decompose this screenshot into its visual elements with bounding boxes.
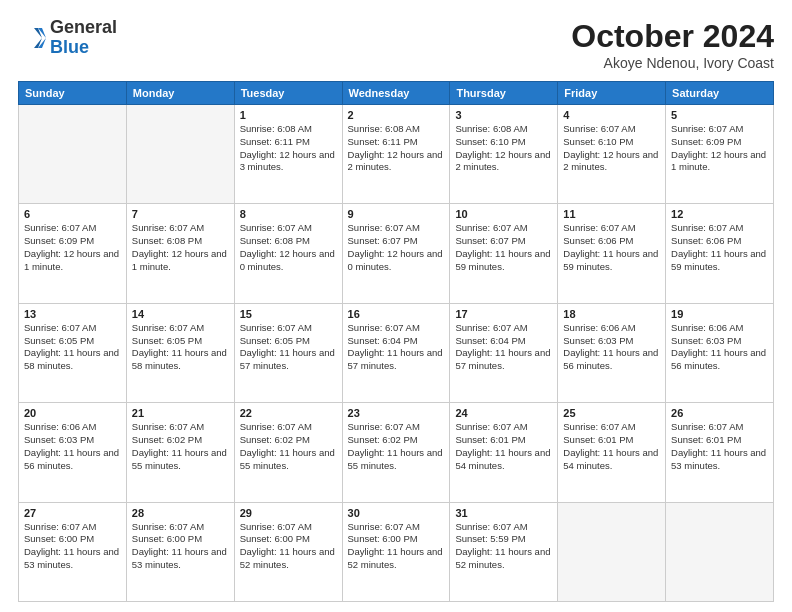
logo-text: General Blue	[50, 18, 117, 58]
day-number: 1	[240, 109, 337, 121]
calendar-cell: 24Sunrise: 6:07 AM Sunset: 6:01 PM Dayli…	[450, 403, 558, 502]
calendar-cell: 12Sunrise: 6:07 AM Sunset: 6:06 PM Dayli…	[666, 204, 774, 303]
location: Akoye Ndenou, Ivory Coast	[571, 55, 774, 71]
day-info: Sunrise: 6:07 AM Sunset: 6:10 PM Dayligh…	[563, 123, 660, 174]
day-info: Sunrise: 6:07 AM Sunset: 6:07 PM Dayligh…	[348, 222, 445, 273]
day-info: Sunrise: 6:07 AM Sunset: 6:00 PM Dayligh…	[132, 521, 229, 572]
calendar-cell: 15Sunrise: 6:07 AM Sunset: 6:05 PM Dayli…	[234, 303, 342, 402]
day-info: Sunrise: 6:07 AM Sunset: 5:59 PM Dayligh…	[455, 521, 552, 572]
day-number: 3	[455, 109, 552, 121]
day-number: 28	[132, 507, 229, 519]
calendar-cell: 19Sunrise: 6:06 AM Sunset: 6:03 PM Dayli…	[666, 303, 774, 402]
day-info: Sunrise: 6:06 AM Sunset: 6:03 PM Dayligh…	[563, 322, 660, 373]
calendar-cell: 30Sunrise: 6:07 AM Sunset: 6:00 PM Dayli…	[342, 502, 450, 601]
calendar-cell	[666, 502, 774, 601]
day-info: Sunrise: 6:08 AM Sunset: 6:10 PM Dayligh…	[455, 123, 552, 174]
month-title: October 2024	[571, 18, 774, 55]
calendar-header-sunday: Sunday	[19, 82, 127, 105]
calendar-cell: 5Sunrise: 6:07 AM Sunset: 6:09 PM Daylig…	[666, 105, 774, 204]
calendar-cell	[19, 105, 127, 204]
day-number: 26	[671, 407, 768, 419]
calendar-week-row: 27Sunrise: 6:07 AM Sunset: 6:00 PM Dayli…	[19, 502, 774, 601]
day-info: Sunrise: 6:07 AM Sunset: 6:01 PM Dayligh…	[455, 421, 552, 472]
day-number: 27	[24, 507, 121, 519]
calendar-cell: 27Sunrise: 6:07 AM Sunset: 6:00 PM Dayli…	[19, 502, 127, 601]
day-info: Sunrise: 6:07 AM Sunset: 6:02 PM Dayligh…	[240, 421, 337, 472]
day-number: 6	[24, 208, 121, 220]
header: General Blue October 2024 Akoye Ndenou, …	[18, 18, 774, 71]
calendar-cell: 6Sunrise: 6:07 AM Sunset: 6:09 PM Daylig…	[19, 204, 127, 303]
calendar-cell: 7Sunrise: 6:07 AM Sunset: 6:08 PM Daylig…	[126, 204, 234, 303]
day-number: 5	[671, 109, 768, 121]
calendar-cell: 10Sunrise: 6:07 AM Sunset: 6:07 PM Dayli…	[450, 204, 558, 303]
day-number: 19	[671, 308, 768, 320]
day-number: 4	[563, 109, 660, 121]
day-info: Sunrise: 6:06 AM Sunset: 6:03 PM Dayligh…	[671, 322, 768, 373]
day-info: Sunrise: 6:07 AM Sunset: 6:09 PM Dayligh…	[24, 222, 121, 273]
day-info: Sunrise: 6:07 AM Sunset: 6:09 PM Dayligh…	[671, 123, 768, 174]
calendar-week-row: 6Sunrise: 6:07 AM Sunset: 6:09 PM Daylig…	[19, 204, 774, 303]
calendar-cell	[558, 502, 666, 601]
day-info: Sunrise: 6:07 AM Sunset: 6:02 PM Dayligh…	[132, 421, 229, 472]
day-info: Sunrise: 6:07 AM Sunset: 6:06 PM Dayligh…	[563, 222, 660, 273]
day-number: 23	[348, 407, 445, 419]
calendar-cell: 3Sunrise: 6:08 AM Sunset: 6:10 PM Daylig…	[450, 105, 558, 204]
calendar-cell: 29Sunrise: 6:07 AM Sunset: 6:00 PM Dayli…	[234, 502, 342, 601]
calendar-header-row: SundayMondayTuesdayWednesdayThursdayFrid…	[19, 82, 774, 105]
day-info: Sunrise: 6:08 AM Sunset: 6:11 PM Dayligh…	[348, 123, 445, 174]
day-info: Sunrise: 6:07 AM Sunset: 6:07 PM Dayligh…	[455, 222, 552, 273]
calendar-cell: 20Sunrise: 6:06 AM Sunset: 6:03 PM Dayli…	[19, 403, 127, 502]
day-number: 31	[455, 507, 552, 519]
day-info: Sunrise: 6:07 AM Sunset: 6:08 PM Dayligh…	[240, 222, 337, 273]
day-number: 22	[240, 407, 337, 419]
day-number: 18	[563, 308, 660, 320]
day-number: 20	[24, 407, 121, 419]
calendar-cell: 25Sunrise: 6:07 AM Sunset: 6:01 PM Dayli…	[558, 403, 666, 502]
calendar-header-thursday: Thursday	[450, 82, 558, 105]
logo: General Blue	[18, 18, 117, 58]
day-number: 13	[24, 308, 121, 320]
day-info: Sunrise: 6:07 AM Sunset: 6:00 PM Dayligh…	[240, 521, 337, 572]
day-number: 7	[132, 208, 229, 220]
calendar-cell: 22Sunrise: 6:07 AM Sunset: 6:02 PM Dayli…	[234, 403, 342, 502]
day-number: 21	[132, 407, 229, 419]
calendar-cell: 4Sunrise: 6:07 AM Sunset: 6:10 PM Daylig…	[558, 105, 666, 204]
calendar-header-friday: Friday	[558, 82, 666, 105]
day-number: 25	[563, 407, 660, 419]
day-info: Sunrise: 6:07 AM Sunset: 6:05 PM Dayligh…	[240, 322, 337, 373]
calendar-cell: 13Sunrise: 6:07 AM Sunset: 6:05 PM Dayli…	[19, 303, 127, 402]
day-number: 10	[455, 208, 552, 220]
day-number: 17	[455, 308, 552, 320]
calendar-cell: 18Sunrise: 6:06 AM Sunset: 6:03 PM Dayli…	[558, 303, 666, 402]
calendar-cell: 16Sunrise: 6:07 AM Sunset: 6:04 PM Dayli…	[342, 303, 450, 402]
calendar-cell: 17Sunrise: 6:07 AM Sunset: 6:04 PM Dayli…	[450, 303, 558, 402]
day-number: 30	[348, 507, 445, 519]
day-info: Sunrise: 6:07 AM Sunset: 6:05 PM Dayligh…	[24, 322, 121, 373]
day-number: 11	[563, 208, 660, 220]
day-info: Sunrise: 6:07 AM Sunset: 6:01 PM Dayligh…	[671, 421, 768, 472]
calendar-cell: 9Sunrise: 6:07 AM Sunset: 6:07 PM Daylig…	[342, 204, 450, 303]
logo-icon	[18, 24, 46, 52]
calendar-table: SundayMondayTuesdayWednesdayThursdayFrid…	[18, 81, 774, 602]
day-info: Sunrise: 6:07 AM Sunset: 6:04 PM Dayligh…	[455, 322, 552, 373]
day-number: 8	[240, 208, 337, 220]
day-info: Sunrise: 6:07 AM Sunset: 6:00 PM Dayligh…	[24, 521, 121, 572]
day-number: 9	[348, 208, 445, 220]
day-number: 14	[132, 308, 229, 320]
calendar-cell: 28Sunrise: 6:07 AM Sunset: 6:00 PM Dayli…	[126, 502, 234, 601]
day-info: Sunrise: 6:07 AM Sunset: 6:01 PM Dayligh…	[563, 421, 660, 472]
calendar-header-saturday: Saturday	[666, 82, 774, 105]
day-info: Sunrise: 6:07 AM Sunset: 6:00 PM Dayligh…	[348, 521, 445, 572]
calendar-cell: 21Sunrise: 6:07 AM Sunset: 6:02 PM Dayli…	[126, 403, 234, 502]
day-info: Sunrise: 6:08 AM Sunset: 6:11 PM Dayligh…	[240, 123, 337, 174]
day-number: 15	[240, 308, 337, 320]
calendar-header-wednesday: Wednesday	[342, 82, 450, 105]
logo-general: General	[50, 18, 117, 38]
calendar-cell: 2Sunrise: 6:08 AM Sunset: 6:11 PM Daylig…	[342, 105, 450, 204]
day-info: Sunrise: 6:06 AM Sunset: 6:03 PM Dayligh…	[24, 421, 121, 472]
calendar-week-row: 1Sunrise: 6:08 AM Sunset: 6:11 PM Daylig…	[19, 105, 774, 204]
calendar-cell: 26Sunrise: 6:07 AM Sunset: 6:01 PM Dayli…	[666, 403, 774, 502]
day-number: 16	[348, 308, 445, 320]
calendar-cell: 8Sunrise: 6:07 AM Sunset: 6:08 PM Daylig…	[234, 204, 342, 303]
day-info: Sunrise: 6:07 AM Sunset: 6:08 PM Dayligh…	[132, 222, 229, 273]
